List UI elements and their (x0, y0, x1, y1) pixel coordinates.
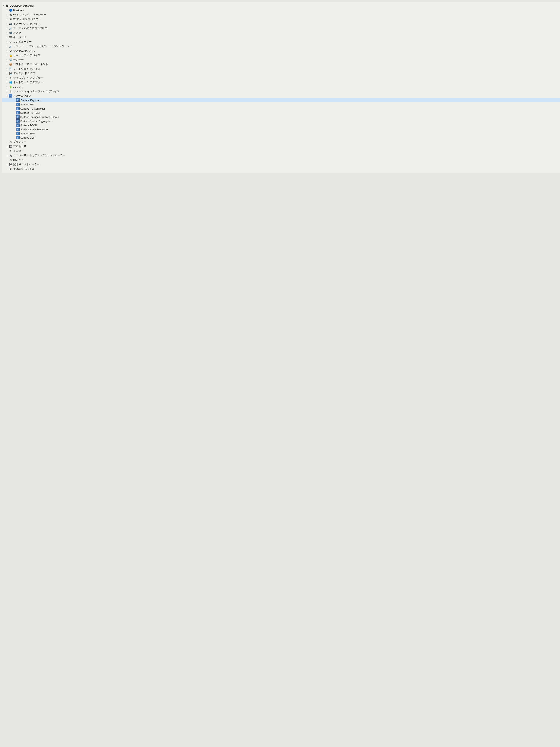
chevron-sound-video[interactable] (6, 45, 9, 48)
category-icon: 🔵 (9, 8, 12, 12)
chevron-hid[interactable] (6, 90, 9, 93)
category-icon: ⌨ (9, 35, 12, 39)
category-label: センサー (13, 58, 24, 61)
chevron-monitor[interactable] (6, 150, 9, 153)
tree-item-surface-uefi[interactable]: F Surface UEFI (2, 135, 560, 140)
chevron-camera[interactable] (6, 31, 9, 34)
chevron-biometric[interactable] (6, 168, 9, 171)
chevron-printer[interactable] (6, 140, 9, 144)
category-icon: 🖨 (9, 140, 12, 144)
chevron-keyboard-cat[interactable] (6, 36, 9, 39)
chevron-imaging[interactable] (6, 22, 9, 25)
tree-item-display-adapter[interactable]: 🖥 ディスプレイ アダプター (2, 76, 560, 80)
tree-item-wsd-print[interactable]: 🖨 WSD 印刷プロバイダー (2, 17, 560, 22)
firmware-child-label: Surface ME (20, 103, 34, 106)
chevron-storage-controller[interactable] (6, 163, 9, 166)
tree-item-printer[interactable]: 🖨 プリンター (2, 140, 560, 144)
tree-item-surface-system[interactable]: F Surface System Aggregator (2, 119, 560, 123)
chevron-battery[interactable] (6, 85, 9, 88)
category-label: ネットワーク アダプター (13, 81, 43, 84)
category-icon: 🔒 (9, 53, 12, 57)
tree-item-surface-retimer[interactable]: F Surface RETIMER (2, 111, 560, 115)
tree-item-software-device[interactable]: 📄 ソフトウェア デバイス (2, 67, 560, 71)
category-label: サウンド、ビデオ、およびゲーム コントローラー (13, 45, 72, 48)
chevron-display-adapter[interactable] (6, 76, 9, 79)
tree-item-disk-drive[interactable]: 💾 ディスク ドライブ (2, 71, 560, 76)
chevron-bluetooth[interactable] (6, 9, 9, 12)
chevron-firmware[interactable] (6, 94, 9, 97)
tree-item-sound-video[interactable]: 🔈 サウンド、ビデオ、およびゲーム コントローラー (2, 44, 560, 49)
tree-item-imaging[interactable]: 📷 イメージング デバイス (2, 22, 560, 26)
tree-item-print-queue[interactable]: 🖨 印刷キュー (2, 158, 560, 162)
firmware-child-label: Surface TPM (20, 132, 35, 135)
category-icon: 📡 (9, 58, 12, 62)
chevron-software-component[interactable] (6, 63, 9, 66)
tree-item-surface-storage[interactable]: F Surface Storage Firmware Update (2, 115, 560, 119)
chevron-usb-controller[interactable] (6, 154, 9, 157)
tree-item-bluetooth[interactable]: 🔵 Bluetooth (2, 8, 560, 12)
category-label: キーボード (13, 35, 26, 39)
category-label: システム デバイス (13, 49, 35, 53)
category-icon: 🖥 (9, 40, 12, 44)
tree-item-biometric[interactable]: 👁 生体認証デバイス (2, 167, 560, 171)
chevron-network[interactable] (6, 81, 9, 84)
tree-item-keyboard-cat[interactable]: ⌨ キーボード (2, 35, 560, 40)
tree-item-computer[interactable]: 🖥 コンピューター (2, 40, 560, 44)
tree-item-surface-me[interactable]: F Surface ME (2, 102, 560, 107)
tree-item-surface-touch[interactable]: F Surface Touch Firmware (2, 127, 560, 131)
category-label: 生体認証デバイス (13, 168, 34, 171)
tree-item-processor[interactable]: 🔲 プロセッサ (2, 144, 560, 149)
root-chevron[interactable] (2, 4, 5, 7)
category-icon: 🌐 (9, 81, 12, 84)
category-icon: 🔈 (9, 45, 12, 48)
tree-item-system-devices[interactable]: ⚙ システム デバイス (2, 49, 560, 53)
firmware-child-label: Surface UEFI (20, 136, 35, 139)
category-icon: 🖨 (9, 17, 12, 21)
tree-item-monitor[interactable]: 🖥 モニター (2, 149, 560, 153)
category-icon: 🔲 (9, 145, 12, 148)
tree-item-storage-controller[interactable]: 💾 記憶域コントローラー (2, 162, 560, 167)
category-label: ディスプレイ アダプター (13, 76, 43, 80)
tree-item-surface-pd[interactable]: F Surface PD Controller (2, 107, 560, 111)
tree-item-hid[interactable]: 🖱 ヒューマン インターフェイス デバイス (2, 89, 560, 94)
tree-item-network[interactable]: 🌐 ネットワーク アダプター (2, 80, 560, 85)
tree-item-surface-keyboard[interactable]: F ⚠ Surface Keyboard (2, 98, 560, 102)
tree-item-software-component[interactable]: 📦 ソフトウェア コンポーネント (2, 62, 560, 67)
chevron-disk-drive[interactable] (6, 72, 9, 75)
tree-item-surface-tpm[interactable]: F Surface TPM (2, 131, 560, 135)
tree-item-sensor[interactable]: 📡 センサー (2, 58, 560, 62)
category-label: ユニバーサル シリアル バス コントローラー (13, 154, 65, 157)
tree-item-firmware[interactable]: F ファームウェア (2, 94, 560, 98)
firmware-child-label: Surface TCON (20, 124, 37, 127)
tree-item-battery[interactable]: 🔋 バッテリ (2, 85, 560, 89)
tree-item-usb-connector[interactable]: 🔌 USB コネクタ マネージャー (2, 12, 560, 17)
category-icon: 🖥 (9, 149, 12, 153)
tree-item-usb-controller[interactable]: 🔌 ユニバーサル シリアル バス コントローラー (2, 153, 560, 158)
chevron-processor[interactable] (6, 145, 9, 148)
root-label: DESKTOP-U6SU4AI (10, 4, 34, 7)
chevron-system-devices[interactable] (6, 49, 9, 52)
chevron-computer[interactable] (6, 40, 9, 43)
category-icon: 🖱 (9, 89, 12, 93)
chevron-audio[interactable] (6, 27, 9, 30)
firmware-child-label: Surface System Aggregator (20, 120, 51, 123)
chevron-wsd-print[interactable] (6, 18, 9, 21)
tree-item-camera[interactable]: 📹 カメラ (2, 30, 560, 35)
chevron-security[interactable] (6, 54, 9, 57)
tree-item-security[interactable]: 🔒 セキュリティ デバイス (2, 53, 560, 58)
category-label: コンピューター (13, 40, 32, 44)
category-label: モニター (13, 149, 24, 153)
category-label: WSD 印刷プロバイダー (13, 18, 41, 21)
root-item[interactable]: 🖥 DESKTOP-U6SU4AI (2, 3, 560, 8)
tree-item-audio[interactable]: 🔊 オーディオの入力および出力 (2, 26, 560, 30)
chevron-software-device[interactable] (6, 68, 9, 70)
category-icon: 💾 (9, 72, 12, 75)
category-label: プリンター (13, 140, 26, 144)
tree-item-surface-tcon[interactable]: F Surface TCON (2, 123, 560, 127)
firmware-child-label: Surface Storage Firmware Update (20, 115, 59, 119)
chevron-sensor[interactable] (6, 58, 9, 61)
category-icon: ⚙ (9, 49, 12, 53)
chevron-usb-connector[interactable] (6, 13, 9, 16)
category-label: バッテリ (13, 85, 24, 89)
chevron-print-queue[interactable] (6, 158, 9, 161)
